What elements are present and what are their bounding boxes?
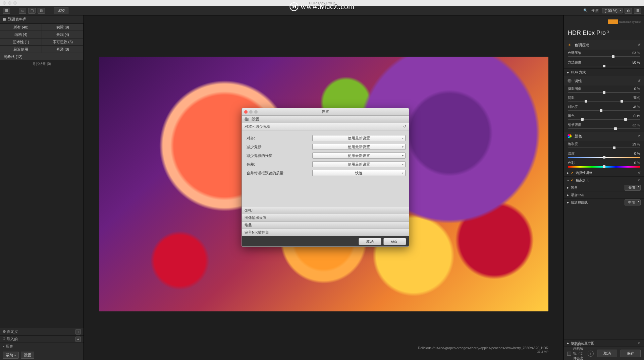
hdr-method-row[interactable]: ▸HDR 方式: [564, 68, 644, 76]
merge-quality-label: 合并对话框预览的质量:: [245, 171, 312, 176]
section-vignette[interactable]: ▸黑角关闭: [564, 184, 644, 191]
merge-quality-select[interactable]: 快速▾: [312, 170, 406, 176]
levels-select[interactable]: 中性: [625, 199, 641, 205]
contrast-slider[interactable]: [564, 110, 644, 113]
reset-icon[interactable]: ↺: [403, 124, 406, 129]
compare-button[interactable]: 比较: [54, 7, 68, 14]
black-white-slider[interactable]: [564, 119, 644, 122]
tab-gpu[interactable]: GPU: [242, 207, 409, 214]
tint-slider[interactable]: [564, 166, 644, 169]
section-label: 黑角: [571, 185, 578, 190]
section-label: 调性: [575, 78, 582, 83]
zoom-icon: 🔍: [583, 8, 588, 13]
param-value: 0 %: [634, 152, 640, 156]
ghost-strength-label: 减少鬼影的强度:: [245, 153, 312, 158]
category-cell[interactable]: 艺术性 (1): [0, 38, 42, 46]
section-tonality[interactable]: 调性 ↺: [564, 76, 644, 85]
alignment-select[interactable]: 使用最新设置▾: [312, 135, 406, 141]
reset-icon[interactable]: ↺: [638, 341, 641, 345]
brand-tagline: Collection by DxO: [619, 20, 641, 23]
preset-library-title: 预设资料库: [8, 17, 26, 22]
exposure-slider[interactable]: [564, 92, 644, 95]
tab-stack[interactable]: 堆叠: [242, 222, 409, 229]
dialog-cancel-button[interactable]: 取消: [359, 238, 381, 245]
shadow-highlight-slider[interactable]: [564, 101, 644, 104]
chevron-right-icon: ▸: [567, 341, 569, 345]
reset-icon[interactable]: ↺: [638, 171, 641, 175]
zoom-select[interactable]: (100 %): [602, 8, 623, 13]
temperature-slider[interactable]: [564, 157, 644, 160]
section-label: 渐变中灰: [571, 193, 584, 197]
view-single-button[interactable]: ▭: [19, 8, 26, 14]
method-strength-slider[interactable]: [564, 66, 644, 68]
section-color[interactable]: 颜色 ↺: [564, 131, 644, 141]
vignette-select[interactable]: 关闭: [625, 185, 641, 191]
category-cell[interactable]: 最近使用: [0, 46, 42, 53]
tab-nik[interactable]: 完善NIK插件集: [242, 229, 409, 236]
category-cell[interactable]: 实际 (9): [42, 23, 84, 31]
chevron-right-icon: ▸: [567, 70, 569, 74]
ghost-select[interactable]: 使用最新设置▾: [312, 144, 406, 150]
dialog-ok-button[interactable]: 确定: [383, 238, 406, 245]
watermark-logo-icon: M: [289, 2, 298, 11]
history-section[interactable]: ▸ 历史: [0, 343, 84, 350]
download-icon: ↧: [3, 337, 6, 341]
tab-output[interactable]: 图像输出设置: [242, 214, 409, 222]
reset-icon[interactable]: ↺: [638, 134, 641, 138]
reset-icon[interactable]: ↺: [638, 178, 641, 182]
traffic-lights[interactable]: [3, 1, 17, 5]
toggle-left-panel-button[interactable]: ☰: [3, 8, 10, 14]
category-cell[interactable]: 不可思议 (5): [42, 38, 84, 46]
category-cell[interactable]: 所有 (40): [0, 23, 42, 31]
section-grad-nd[interactable]: ▸渐变中灰: [564, 191, 644, 198]
section-selective[interactable]: ▸✔选择性调整↺: [564, 169, 644, 176]
structure-slider[interactable]: [564, 128, 644, 131]
view-split-v-button[interactable]: ◫: [28, 8, 36, 14]
save-later-checkbox[interactable]: [567, 352, 571, 356]
saturation-slider[interactable]: [564, 147, 644, 150]
custom-section[interactable]: ⚙ 自定义 +: [0, 328, 84, 335]
right-footer: 保存并稍后编辑（文件会变大） i 取消 保存: [564, 347, 644, 360]
chevron-right-icon: ▸: [567, 171, 569, 175]
cancel-button[interactable]: 取消: [597, 350, 617, 357]
tone-compression-slider[interactable]: [564, 56, 644, 59]
sphere-icon: [567, 78, 572, 83]
section-tone-compression[interactable]: ☀ 色调压缩 ↺: [564, 40, 644, 50]
image-filename: Delicious-fruit-red-grapes-oranges-cherr…: [99, 346, 548, 350]
ca-select[interactable]: 使用最新设置▾: [312, 161, 406, 167]
view-split-h-button[interactable]: ⊟: [38, 8, 45, 14]
param-value: 50 %: [632, 61, 640, 64]
reset-icon[interactable]: ↺: [638, 43, 641, 47]
ghost-strength-select[interactable]: 使用最新设置▾: [312, 153, 406, 159]
add-custom-button[interactable]: +: [75, 329, 81, 335]
category-cell[interactable]: 结构 (4): [0, 31, 42, 38]
tab-alignment[interactable]: 对准和减少鬼影 ↺: [242, 123, 409, 130]
category-grid: 所有 (40) 实际 (9) 结构 (4) 景观 (4) 艺术性 (1) 不可思…: [0, 23, 84, 53]
tab-label: 对准和减少鬼影: [245, 124, 270, 129]
category-custom-row[interactable]: 阿希格 (12): [0, 53, 84, 60]
info-icon[interactable]: i: [588, 351, 594, 357]
background-color-button[interactable]: ◐: [625, 8, 632, 14]
panel-title: HDR Efex Pro 2: [564, 28, 644, 40]
watermark-text: www.MacZ.com: [300, 2, 354, 11]
category-cell[interactable]: 喜爱 (0): [42, 46, 84, 53]
section-label: 精点加工: [576, 178, 589, 183]
add-imported-button[interactable]: +: [75, 337, 81, 342]
section-label: 层次和曲线: [571, 200, 588, 205]
reset-icon[interactable]: ↺: [638, 79, 641, 83]
dialog-traffic-lights[interactable]: [244, 110, 258, 114]
save-button[interactable]: 保存: [621, 350, 641, 357]
tab-interface[interactable]: 接口设置: [242, 116, 409, 123]
settings-button[interactable]: 设置: [21, 352, 34, 359]
shadow-label: 阴影: [568, 96, 575, 100]
history-label: 历史: [6, 344, 13, 348]
param-value: 63 %: [632, 51, 640, 55]
section-finishing[interactable]: ▾✔精点加工↺: [564, 176, 644, 184]
section-levels-curves[interactable]: ▸层次和曲线中性: [564, 198, 644, 206]
toggle-right-panel-button[interactable]: ☰: [634, 8, 641, 14]
param-label: 色彩: [568, 161, 575, 165]
category-cell[interactable]: 景观 (4): [42, 31, 84, 38]
left-bottom-bar: 帮助 设置: [0, 350, 84, 360]
help-menu[interactable]: 帮助: [3, 352, 19, 359]
imported-section[interactable]: ↧ 导入的 +: [0, 335, 84, 343]
